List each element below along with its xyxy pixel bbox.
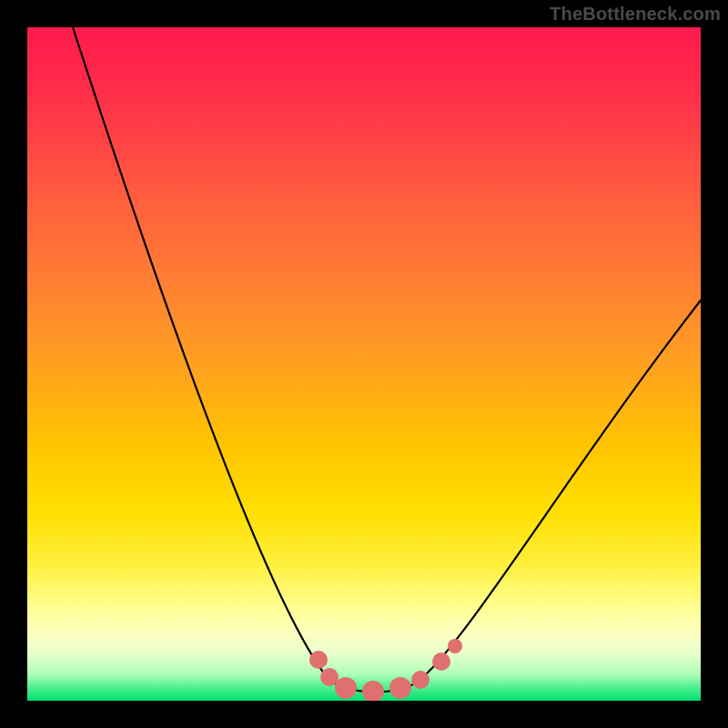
chart-frame: TheBottleneck.com bbox=[0, 0, 728, 728]
watermark-text: TheBottleneck.com bbox=[550, 4, 721, 25]
plot-background-gradient bbox=[27, 27, 701, 701]
